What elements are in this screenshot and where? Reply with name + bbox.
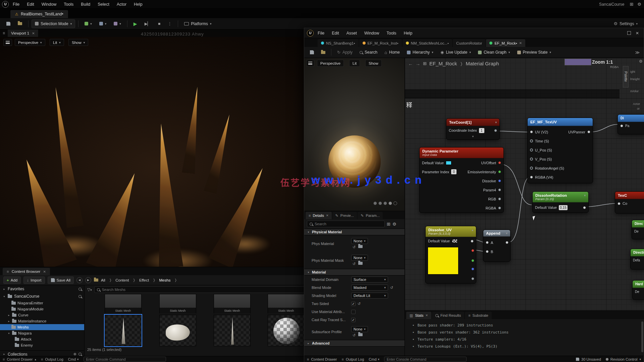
- viewport-menu-button[interactable]: [3, 39, 12, 46]
- graph-grid-icon[interactable]: ⊞: [423, 61, 427, 66]
- use-material-attrib-checkbox[interactable]: [351, 310, 356, 314]
- overflow-chevrons-icon[interactable]: ≫: [635, 50, 640, 55]
- breadcrumb-meshs[interactable]: Meshs: [159, 278, 171, 282]
- preview-show-button[interactable]: Show: [365, 60, 382, 67]
- stop-button[interactable]: ■: [155, 19, 163, 28]
- preview-menu-button[interactable]: [306, 60, 314, 67]
- input-pin-rotationangel[interactable]: [530, 167, 533, 170]
- forward-arrow-icon[interactable]: →: [416, 61, 420, 66]
- menu-select[interactable]: Select: [94, 0, 113, 9]
- details-search[interactable]: [307, 221, 385, 227]
- asset-tile[interactable]: Static Mesh: [105, 294, 142, 313]
- close-icon[interactable]: ✕: [425, 314, 428, 317]
- output-pin-a[interactable]: [471, 277, 474, 280]
- breadcrumb-asset[interactable]: EF_M_Rock: [429, 61, 457, 66]
- close-icon[interactable]: ✕: [326, 214, 329, 217]
- output-pin[interactable]: [583, 206, 586, 209]
- output-pin-uvpanner[interactable]: [587, 130, 590, 133]
- input-pin-uv[interactable]: [530, 130, 533, 133]
- live-update-dropdown[interactable]: ◉Live Update▾: [437, 48, 474, 57]
- cinematics-dropdown[interactable]: ▾: [111, 19, 124, 28]
- console-input[interactable]: [86, 357, 163, 361]
- node-clipped-direc[interactable]: Direc De: [632, 220, 644, 239]
- browse-asset-icon[interactable]: [358, 245, 363, 248]
- editor-menu-help[interactable]: Help: [400, 29, 416, 38]
- tab-parameters[interactable]: ✎Param...: [358, 212, 383, 219]
- menu-build[interactable]: Build: [77, 0, 94, 9]
- asset-tile[interactable]: Static Mesh: [214, 294, 251, 313]
- settings-gear-icon[interactable]: ⚙: [637, 2, 641, 7]
- output-pin-uvoffset[interactable]: [498, 161, 501, 164]
- node-texcoord[interactable]: TexCoord[1]▾ Coordinate Index1 ▾: [446, 118, 500, 140]
- tree-item-meshs[interactable]: Meshs: [0, 324, 84, 330]
- tree-item-niagara[interactable]: ▾Niagara: [0, 330, 84, 336]
- node-dissolve-uv[interactable]: Dissolve_UV▴ Param (6,3,0,0) Default Val…: [425, 226, 476, 284]
- material-domain-combo[interactable]: Surface▾: [351, 277, 388, 283]
- input-pin[interactable]: [618, 202, 621, 205]
- chevron-down-icon[interactable]: ▾: [584, 194, 586, 197]
- input-pin-upos[interactable]: [530, 148, 533, 152]
- use-selected-icon[interactable]: ↺: [353, 333, 356, 338]
- breadcrumb-content[interactable]: Content: [115, 278, 129, 282]
- restore-window-icon[interactable]: [627, 31, 631, 35]
- output-pin-dissolve[interactable]: [498, 179, 501, 182]
- tab-find-results[interactable]: Find Results: [432, 312, 464, 319]
- viewport-show-button[interactable]: Show▾: [68, 39, 88, 46]
- content-drawer-button[interactable]: ≡Content Drawer▴: [3, 357, 36, 361]
- phys-material-combo[interactable]: None▾: [351, 238, 368, 244]
- browse-asset-icon[interactable]: [358, 262, 363, 265]
- tree-item-curve[interactable]: ▸Curve: [0, 312, 84, 318]
- menu-actor[interactable]: Actor: [113, 0, 130, 9]
- tree-item-enemy[interactable]: Enemy: [0, 342, 84, 348]
- input-pin-vpos[interactable]: [530, 158, 533, 161]
- details-search-input[interactable]: [315, 222, 382, 226]
- viewport-perspective-button[interactable]: Perspective▾: [15, 39, 45, 46]
- details-settings-icon[interactable]: ⚙: [392, 222, 396, 227]
- browse-asset-icon[interactable]: [358, 333, 363, 336]
- input-pin-time[interactable]: [530, 139, 533, 142]
- viewport-lit-button[interactable]: Lit▾: [50, 39, 64, 46]
- layout-icon[interactable]: ⊞: [630, 2, 633, 7]
- preview-state-dropdown[interactable]: Preview State▾: [514, 48, 554, 57]
- tab-stats[interactable]: ▥Stats✕: [406, 312, 431, 319]
- color-preview-yellow[interactable]: [428, 247, 459, 275]
- shading-model-combo[interactable]: Default Lit▾: [351, 293, 388, 299]
- search-icon[interactable]: [78, 295, 82, 298]
- input-pin-b[interactable]: [486, 250, 489, 253]
- blend-mode-combo[interactable]: Masked▾: [351, 285, 388, 291]
- selection-mode-dropdown[interactable]: Selection Mode ▾: [32, 19, 75, 28]
- asset-tile-selected[interactable]: [105, 315, 142, 346]
- node-clipped-direction[interactable]: Directio Defa: [630, 249, 644, 269]
- settings-dropdown[interactable]: ⚙ Settings ▾: [610, 19, 641, 28]
- home-button[interactable]: ⌂Home: [381, 48, 403, 57]
- tab-ns-shanbeng1[interactable]: NS_ShanBeng1•: [318, 39, 359, 47]
- asset-tile[interactable]: [214, 315, 251, 346]
- tab-customrotator[interactable]: CustomRotator: [453, 39, 485, 47]
- section-physical-material[interactable]: ▾Physical Material: [304, 229, 405, 235]
- input-pin[interactable]: [620, 124, 623, 127]
- menu-tools[interactable]: Tools: [60, 0, 77, 9]
- tab-preview-settings[interactable]: ✎Previe...: [332, 212, 357, 219]
- chevron-down-icon[interactable]: ▾: [506, 232, 507, 235]
- input-pin-rgba[interactable]: [530, 176, 533, 179]
- platforms-dropdown[interactable]: Platforms ▾: [181, 19, 214, 28]
- subsurface-profile-combo[interactable]: None▾: [351, 326, 368, 332]
- default-value-swatch[interactable]: [446, 161, 451, 165]
- default-value-swatch[interactable]: [452, 239, 458, 243]
- phys-material-mask-combo[interactable]: None▾: [351, 255, 368, 261]
- viewport-tab[interactable]: Viewport 1 ✕: [8, 29, 39, 37]
- use-selected-icon[interactable]: ↺: [353, 262, 356, 266]
- close-icon[interactable]: ✕: [43, 270, 46, 274]
- apply-button[interactable]: ↻Apply: [334, 48, 356, 57]
- section-material[interactable]: ▾Material: [304, 269, 405, 276]
- tab-ef-m-rock[interactable]: EF_M_Rock•✕: [486, 39, 525, 47]
- preview-lit-button[interactable]: Lit: [349, 60, 360, 67]
- output-pin[interactable]: [505, 241, 508, 244]
- output-pin-rgb[interactable]: [498, 197, 501, 200]
- import-button[interactable]: ↓Import: [23, 277, 45, 284]
- menu-help[interactable]: Help: [130, 0, 146, 9]
- content-drawer-button[interactable]: ≡Content Drawer: [307, 357, 337, 361]
- add-button[interactable]: +Add: [3, 277, 21, 284]
- use-selected-icon[interactable]: ↺: [353, 245, 356, 249]
- output-log-button[interactable]: ≡Output Log: [41, 357, 63, 361]
